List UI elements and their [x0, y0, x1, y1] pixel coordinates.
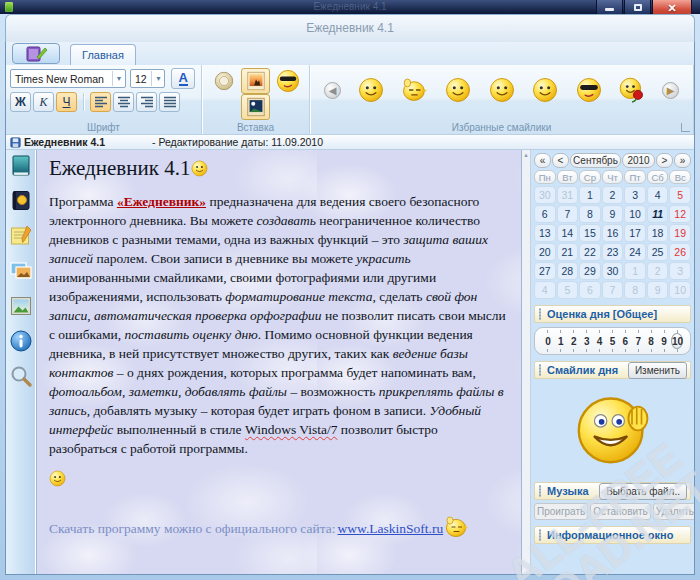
calendar-day[interactable]: 2: [647, 262, 669, 280]
calendar-next-year-button[interactable]: »: [674, 153, 691, 168]
favorite-smiley-4-icon[interactable]: [488, 77, 515, 104]
font-name-combobox[interactable]: Times New Roman ▼: [10, 69, 126, 88]
calendar-day[interactable]: 29: [579, 262, 601, 280]
calendar-day[interactable]: 21: [557, 243, 579, 261]
font-size-combobox[interactable]: 12 ▼: [130, 69, 165, 88]
slider-value[interactable]: 4: [594, 336, 606, 347]
calendar-day[interactable]: 1: [579, 186, 601, 204]
info-icon[interactable]: [8, 328, 34, 354]
bold-button[interactable]: Ж: [10, 92, 31, 112]
slider-value[interactable]: 0: [542, 336, 554, 347]
calendar-day[interactable]: 23: [602, 243, 624, 261]
calendar-day[interactable]: 30: [602, 262, 624, 280]
calendar-day[interactable]: 28: [557, 262, 579, 280]
calendar-next-month-button[interactable]: >: [656, 153, 673, 168]
calendar-day[interactable]: 3: [669, 262, 691, 280]
calendar-day[interactable]: 3: [624, 186, 646, 204]
calendar-prev-year-button[interactable]: «: [534, 153, 551, 168]
calendar-day[interactable]: 5: [669, 186, 691, 204]
notes-icon[interactable]: [8, 223, 34, 249]
slider-value[interactable]: 6: [619, 336, 631, 347]
calendar-year-button[interactable]: 2010: [622, 153, 655, 168]
calendar-day[interactable]: 15: [579, 224, 601, 242]
calendar-day[interactable]: 25: [647, 243, 669, 261]
calendar-day[interactable]: 10: [669, 281, 691, 299]
calendar-day[interactable]: 6: [579, 281, 601, 299]
contacts-icon[interactable]: [8, 188, 34, 214]
calendar-day[interactable]: 8: [579, 205, 601, 223]
slider-value[interactable]: 10: [671, 333, 683, 349]
calendar-day[interactable]: 13: [534, 224, 556, 242]
tab-home[interactable]: Главная: [70, 44, 136, 65]
insert-smiley-button[interactable]: [273, 68, 302, 94]
calendar-day[interactable]: 19: [669, 224, 691, 242]
diary-icon[interactable]: [8, 153, 34, 179]
calendar-day[interactable]: 24: [624, 243, 646, 261]
slider-value[interactable]: 2: [568, 336, 580, 347]
change-smiley-button[interactable]: Изменить: [628, 362, 687, 379]
favorite-smiley-3-icon[interactable]: [445, 77, 472, 104]
slider-value[interactable]: 7: [632, 336, 644, 347]
calendar-day[interactable]: 4: [647, 186, 669, 204]
calendar-day[interactable]: 8: [624, 281, 646, 299]
slider-value[interactable]: 5: [606, 336, 618, 347]
calendar-day[interactable]: 16: [602, 224, 624, 242]
calendar-day[interactable]: 4: [534, 281, 556, 299]
diary-text-editor[interactable]: Ежедневник 4.1 Программа «Ежедневник» пр…: [36, 150, 522, 574]
align-center-button[interactable]: [113, 92, 134, 112]
calendar-day[interactable]: 22: [579, 243, 601, 261]
music-button[interactable]: Удалить: [653, 503, 695, 520]
insert-time-button[interactable]: [209, 68, 238, 94]
favorite-smiley-6-icon[interactable]: [575, 77, 602, 104]
background-picture-icon[interactable]: [8, 293, 34, 319]
calendar-day[interactable]: 27: [534, 262, 556, 280]
calendar-day[interactable]: 18: [647, 224, 669, 242]
align-justify-button[interactable]: [159, 92, 180, 112]
calendar-day[interactable]: 14: [557, 224, 579, 242]
font-color-button[interactable]: А: [171, 68, 195, 89]
favorite-smiley-7-icon[interactable]: [619, 77, 646, 104]
insert-image-button[interactable]: [241, 68, 270, 94]
smileys-prev-button[interactable]: ◀: [324, 82, 341, 99]
dialog-launcher-icon[interactable]: [681, 123, 690, 132]
calendar-day[interactable]: 12: [669, 205, 691, 223]
calendar-prev-month-button[interactable]: <: [552, 153, 569, 168]
smileys-next-button[interactable]: ▶: [662, 82, 679, 99]
slider-value[interactable]: 9: [658, 336, 670, 347]
scroll-up-icon[interactable]: ▲: [523, 152, 529, 574]
calendar-day[interactable]: 11: [647, 205, 669, 223]
calendar-month-button[interactable]: Сентябрь: [570, 153, 621, 168]
favorite-smiley-5-icon[interactable]: [532, 77, 559, 104]
calendar-day[interactable]: 9: [647, 281, 669, 299]
calendar-day[interactable]: 5: [557, 281, 579, 299]
align-left-button[interactable]: [90, 92, 111, 112]
favorite-smiley-2-icon[interactable]: [401, 77, 428, 104]
italic-button[interactable]: К: [33, 92, 54, 112]
calendar-day[interactable]: 26: [669, 243, 691, 261]
calendar-day[interactable]: 20: [534, 243, 556, 261]
app-menu-button[interactable]: [12, 43, 60, 64]
calendar-day[interactable]: 10: [624, 205, 646, 223]
choose-file-button[interactable]: Выбрать файл..: [599, 483, 687, 500]
calendar-day[interactable]: 9: [602, 205, 624, 223]
calendar-day[interactable]: 7: [557, 205, 579, 223]
insert-background-button[interactable]: [241, 94, 270, 120]
music-button[interactable]: Проиграть: [534, 503, 588, 520]
day-rating-slider[interactable]: 012345678910: [534, 327, 691, 355]
search-icon[interactable]: [8, 363, 34, 389]
laskinsoft-link[interactable]: www.LaskinSoft.ru: [338, 521, 444, 537]
calendar-day[interactable]: 2: [602, 186, 624, 204]
favorite-smiley-1-icon[interactable]: [358, 77, 385, 104]
calendar-day[interactable]: 30: [534, 186, 556, 204]
calendar-day[interactable]: 17: [624, 224, 646, 242]
calendar-day[interactable]: 6: [534, 205, 556, 223]
calendar-day[interactable]: 1: [624, 262, 646, 280]
calendar-day[interactable]: 31: [557, 186, 579, 204]
slider-value[interactable]: 8: [645, 336, 657, 347]
align-right-button[interactable]: [136, 92, 157, 112]
underline-button[interactable]: Ч: [56, 92, 77, 112]
calendar-day[interactable]: 7: [602, 281, 624, 299]
slider-value[interactable]: 1: [555, 336, 567, 347]
slider-value[interactable]: 3: [581, 336, 593, 347]
photo-album-icon[interactable]: [8, 258, 34, 284]
